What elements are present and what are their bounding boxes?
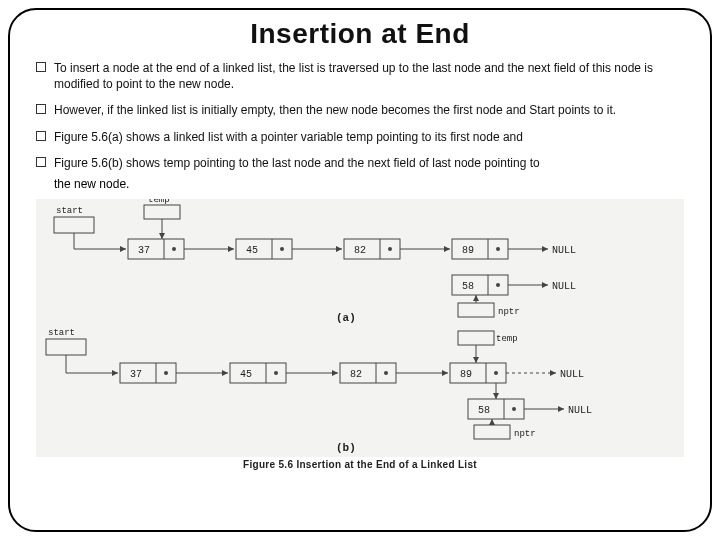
node-value: 37 xyxy=(130,369,142,380)
label-null: NULL xyxy=(568,405,592,416)
bullet-list: To insert a node at the end of a linked … xyxy=(36,60,684,171)
node-value-new: 58 xyxy=(478,405,490,416)
svg-point-41 xyxy=(164,371,168,375)
label-start: start xyxy=(48,328,75,338)
label-temp: temp xyxy=(148,199,170,205)
node-value: 82 xyxy=(350,369,362,380)
svg-point-9 xyxy=(172,247,176,251)
svg-marker-61 xyxy=(473,357,479,363)
node-value: 45 xyxy=(240,369,252,380)
svg-point-56 xyxy=(494,371,498,375)
svg-rect-59 xyxy=(458,331,494,345)
svg-point-46 xyxy=(274,371,278,375)
svg-point-14 xyxy=(280,247,284,251)
bullet-item: To insert a node at the end of a linked … xyxy=(36,60,684,92)
bullet-item: Figure 5.6(a) shows a linked list with a… xyxy=(36,129,684,145)
label-null: NULL xyxy=(560,369,584,380)
slide-title: Insertion at End xyxy=(36,18,684,50)
node-value: 89 xyxy=(460,369,472,380)
label-temp: temp xyxy=(496,334,518,344)
svg-point-66 xyxy=(512,407,516,411)
svg-rect-4 xyxy=(144,205,180,219)
bullet-item: Figure 5.6(b) shows temp pointing to the… xyxy=(36,155,684,171)
svg-point-24 xyxy=(496,247,500,251)
subfigure-label-a: (a) xyxy=(336,312,356,324)
svg-marker-31 xyxy=(542,282,548,288)
svg-marker-68 xyxy=(558,406,564,412)
svg-marker-16 xyxy=(336,246,342,252)
svg-marker-71 xyxy=(489,419,495,425)
svg-point-19 xyxy=(388,247,392,251)
bullet-trailing: the new node. xyxy=(36,177,684,191)
svg-rect-35 xyxy=(46,339,86,355)
figure-b: start 37 45 82 xyxy=(36,327,684,457)
node-value: 37 xyxy=(138,245,150,256)
svg-point-51 xyxy=(384,371,388,375)
svg-point-29 xyxy=(496,283,500,287)
label-null: NULL xyxy=(552,245,576,256)
svg-rect-32 xyxy=(458,303,494,317)
bullet-item: However, if the linked list is initially… xyxy=(36,102,684,118)
svg-marker-58 xyxy=(550,370,556,376)
node-value: 82 xyxy=(354,245,366,256)
svg-marker-48 xyxy=(332,370,338,376)
label-start: start xyxy=(56,206,83,216)
svg-marker-38 xyxy=(112,370,118,376)
svg-rect-0 xyxy=(54,217,94,233)
figure-area: start temp 37 45 xyxy=(36,199,684,470)
label-nptr: nptr xyxy=(498,307,520,317)
svg-marker-34 xyxy=(473,295,479,301)
svg-marker-11 xyxy=(228,246,234,252)
svg-marker-26 xyxy=(542,246,548,252)
svg-marker-21 xyxy=(444,246,450,252)
svg-marker-63 xyxy=(493,393,499,399)
node-value: 45 xyxy=(246,245,258,256)
node-value: 89 xyxy=(462,245,474,256)
figure-a: start temp 37 45 xyxy=(36,199,684,327)
svg-marker-43 xyxy=(222,370,228,376)
svg-marker-53 xyxy=(442,370,448,376)
svg-marker-6 xyxy=(159,233,165,239)
label-null: NULL xyxy=(552,281,576,292)
subfigure-label-b: (b) xyxy=(336,442,356,454)
svg-rect-69 xyxy=(474,425,510,439)
figure-caption: Figure 5.6 Insertion at the End of a Lin… xyxy=(36,459,684,470)
svg-marker-3 xyxy=(120,246,126,252)
node-value-new: 58 xyxy=(462,281,474,292)
label-nptr: nptr xyxy=(514,429,536,439)
slide-frame: Insertion at End To insert a node at the… xyxy=(8,8,712,532)
